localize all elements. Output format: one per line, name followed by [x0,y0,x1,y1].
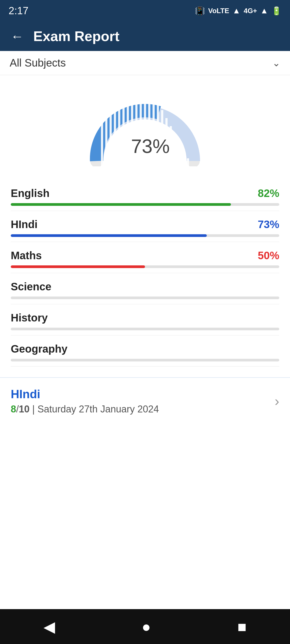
status-icons: 📳 VoLTE ▲ 4G+ ▲ 🔋 [195,6,281,16]
exam-date-separator: | [32,404,37,415]
subject-item-history: History [11,304,279,335]
subject-dropdown-label: All Subjects [10,57,66,69]
subject-item-hindi: HIndi 73% [11,211,279,242]
wifi-icon: ▲ [233,6,241,15]
progress-bar-fill [11,265,145,268]
chevron-down-icon: ⌄ [272,57,280,69]
progress-bar-bg [11,297,279,299]
recent-nav-icon[interactable]: ■ [238,618,247,635]
status-time: 2:17 [9,5,28,17]
subject-name: Geography [11,343,67,355]
subjects-list: English 82% HIndi 73% Maths 50% Science [0,174,290,367]
subject-dropdown[interactable]: All Subjects ⌄ [0,51,290,75]
status-bar: 2:17 📳 VoLTE ▲ 4G+ ▲ 🔋 [0,0,290,21]
gauge-container: 73% [81,91,209,166]
progress-bar-bg [11,234,279,237]
subject-name: Maths [11,250,42,262]
exam-card-meta: 8/10 | Saturday 27th January 2024 [11,404,159,415]
back-button[interactable]: ← [11,29,24,44]
progress-bar-bg [11,328,279,330]
subject-item-maths: Maths 50% [11,242,279,273]
gauge-section: 73% [0,75,290,174]
nav-bar: ◀ ● ■ [0,609,290,644]
progress-bar-fill [11,234,207,237]
volte-icon: VoLTE [208,7,229,15]
score-separator: / [16,404,19,415]
home-nav-icon[interactable]: ● [142,618,151,635]
subject-percent: 50% [258,250,279,262]
network-icon: 4G+ [244,7,257,15]
exam-total: 10 [19,404,30,415]
subject-percent: 73% [258,218,279,230]
subject-item-science: Science [11,273,279,304]
exam-date: Saturday 27th January 2024 [37,404,159,415]
exam-card-info: HIndi 8/10 | Saturday 27th January 2024 [11,387,159,415]
subject-percent: 82% [258,187,279,199]
svg-text:73%: 73% [131,136,170,157]
vibrate-icon: 📳 [195,6,205,16]
subject-name: HIndi [11,218,38,230]
subject-item-geography: Geography [11,335,279,367]
progress-bar-bg [11,203,279,206]
gauge-svg: 73% [81,91,209,166]
progress-bar-bg [11,359,279,361]
app-header: ← Exam Report [0,21,290,51]
exam-card[interactable]: HIndi 8/10 | Saturday 27th January 2024 … [0,377,290,425]
exam-card-chevron-icon: › [275,393,279,409]
subject-name: History [11,312,48,324]
progress-bar-fill [11,203,231,206]
battery-icon: 🔋 [271,6,281,16]
subject-name: English [11,187,49,199]
progress-bar-bg [11,265,279,268]
page-title: Exam Report [33,28,119,44]
back-nav-icon[interactable]: ◀ [44,618,55,635]
exam-score: 8 [11,404,16,415]
exam-card-title: HIndi [11,387,159,401]
signal-icon: ▲ [260,6,268,15]
subject-item-english: English 82% [11,180,279,211]
subject-name: Science [11,281,51,293]
